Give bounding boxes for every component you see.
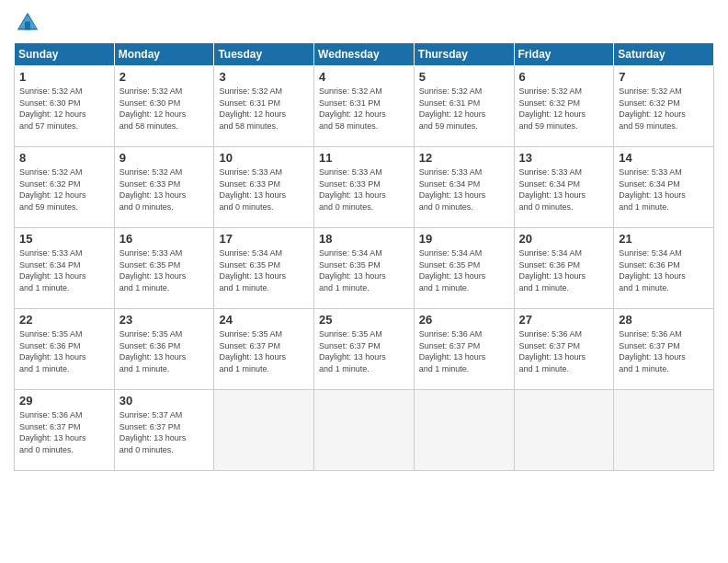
- day-number: 27: [519, 313, 609, 327]
- day-number: 15: [19, 232, 109, 246]
- calendar-week-row: 1Sunrise: 5:32 AM Sunset: 6:30 PM Daylig…: [15, 66, 714, 147]
- calendar-cell: 14Sunrise: 5:33 AM Sunset: 6:34 PM Dayli…: [614, 147, 714, 228]
- calendar-cell: 28Sunrise: 5:36 AM Sunset: 6:37 PM Dayli…: [614, 309, 714, 390]
- calendar-cell: 13Sunrise: 5:33 AM Sunset: 6:34 PM Dayli…: [514, 147, 614, 228]
- day-info: Sunrise: 5:33 AM Sunset: 6:33 PM Dayligh…: [219, 167, 309, 213]
- day-info: Sunrise: 5:37 AM Sunset: 6:37 PM Dayligh…: [119, 409, 210, 455]
- day-info: Sunrise: 5:32 AM Sunset: 6:32 PM Dayligh…: [619, 86, 709, 132]
- weekday-header: Tuesday: [214, 43, 314, 66]
- page: SundayMondayTuesdayWednesdayThursdayFrid…: [0, 0, 728, 563]
- calendar-cell: 23Sunrise: 5:35 AM Sunset: 6:36 PM Dayli…: [114, 309, 214, 390]
- day-info: Sunrise: 5:35 AM Sunset: 6:36 PM Dayligh…: [19, 328, 109, 374]
- calendar-week-row: 15Sunrise: 5:33 AM Sunset: 6:34 PM Dayli…: [15, 228, 714, 309]
- weekday-header: Thursday: [414, 43, 514, 66]
- day-info: Sunrise: 5:32 AM Sunset: 6:31 PM Dayligh…: [219, 86, 309, 132]
- day-number: 14: [619, 151, 709, 165]
- day-number: 20: [519, 232, 609, 246]
- day-info: Sunrise: 5:36 AM Sunset: 6:37 PM Dayligh…: [19, 409, 109, 455]
- calendar-cell: 27Sunrise: 5:36 AM Sunset: 6:37 PM Dayli…: [514, 309, 614, 390]
- day-number: 9: [119, 151, 210, 165]
- day-info: Sunrise: 5:33 AM Sunset: 6:35 PM Dayligh…: [119, 247, 210, 293]
- calendar-cell: 6Sunrise: 5:32 AM Sunset: 6:32 PM Daylig…: [514, 66, 614, 147]
- calendar-cell: 29Sunrise: 5:36 AM Sunset: 6:37 PM Dayli…: [15, 390, 115, 471]
- calendar-cell: 17Sunrise: 5:34 AM Sunset: 6:35 PM Dayli…: [214, 228, 314, 309]
- day-info: Sunrise: 5:33 AM Sunset: 6:34 PM Dayligh…: [419, 167, 509, 213]
- day-number: 12: [419, 151, 509, 165]
- calendar-cell: 3Sunrise: 5:32 AM Sunset: 6:31 PM Daylig…: [214, 66, 314, 147]
- calendar-cell: 20Sunrise: 5:34 AM Sunset: 6:36 PM Dayli…: [514, 228, 614, 309]
- calendar-cell: 9Sunrise: 5:32 AM Sunset: 6:33 PM Daylig…: [114, 147, 214, 228]
- calendar-cell: 7Sunrise: 5:32 AM Sunset: 6:32 PM Daylig…: [614, 66, 714, 147]
- weekday-header: Friday: [514, 43, 614, 66]
- day-number: 13: [519, 151, 609, 165]
- day-info: Sunrise: 5:36 AM Sunset: 6:37 PM Dayligh…: [519, 328, 609, 374]
- calendar-cell: 11Sunrise: 5:33 AM Sunset: 6:33 PM Dayli…: [314, 147, 415, 228]
- weekday-header-row: SundayMondayTuesdayWednesdayThursdayFrid…: [15, 43, 714, 66]
- day-number: 3: [219, 70, 309, 84]
- day-info: Sunrise: 5:35 AM Sunset: 6:37 PM Dayligh…: [319, 328, 409, 374]
- weekday-header: Sunday: [15, 43, 115, 66]
- calendar-cell: 10Sunrise: 5:33 AM Sunset: 6:33 PM Dayli…: [214, 147, 314, 228]
- calendar-table: SundayMondayTuesdayWednesdayThursdayFrid…: [14, 42, 714, 471]
- day-info: Sunrise: 5:33 AM Sunset: 6:34 PM Dayligh…: [19, 247, 109, 293]
- day-info: Sunrise: 5:34 AM Sunset: 6:35 PM Dayligh…: [419, 247, 509, 293]
- day-info: Sunrise: 5:34 AM Sunset: 6:35 PM Dayligh…: [219, 247, 309, 293]
- logo-icon: [14, 9, 41, 37]
- day-info: Sunrise: 5:33 AM Sunset: 6:33 PM Dayligh…: [319, 167, 409, 213]
- svg-rect-2: [25, 22, 30, 30]
- day-info: Sunrise: 5:34 AM Sunset: 6:35 PM Dayligh…: [319, 247, 409, 293]
- logo: [14, 9, 45, 37]
- day-info: Sunrise: 5:32 AM Sunset: 6:32 PM Dayligh…: [519, 86, 609, 132]
- calendar-cell: 16Sunrise: 5:33 AM Sunset: 6:35 PM Dayli…: [114, 228, 214, 309]
- day-number: 6: [519, 70, 609, 84]
- day-number: 21: [619, 232, 709, 246]
- weekday-header: Saturday: [614, 43, 714, 66]
- day-info: Sunrise: 5:32 AM Sunset: 6:30 PM Dayligh…: [19, 86, 109, 132]
- day-info: Sunrise: 5:33 AM Sunset: 6:34 PM Dayligh…: [619, 167, 709, 213]
- day-number: 16: [119, 232, 210, 246]
- calendar-cell: [514, 390, 614, 471]
- calendar-cell: [414, 390, 514, 471]
- calendar-cell: 24Sunrise: 5:35 AM Sunset: 6:37 PM Dayli…: [214, 309, 314, 390]
- calendar-week-row: 22Sunrise: 5:35 AM Sunset: 6:36 PM Dayli…: [15, 309, 714, 390]
- calendar-cell: 25Sunrise: 5:35 AM Sunset: 6:37 PM Dayli…: [314, 309, 415, 390]
- calendar-cell: 22Sunrise: 5:35 AM Sunset: 6:36 PM Dayli…: [15, 309, 115, 390]
- day-info: Sunrise: 5:36 AM Sunset: 6:37 PM Dayligh…: [619, 328, 709, 374]
- calendar-cell: 1Sunrise: 5:32 AM Sunset: 6:30 PM Daylig…: [15, 66, 115, 147]
- day-number: 30: [119, 394, 210, 408]
- calendar-cell: 2Sunrise: 5:32 AM Sunset: 6:30 PM Daylig…: [114, 66, 214, 147]
- calendar-cell: 18Sunrise: 5:34 AM Sunset: 6:35 PM Dayli…: [314, 228, 415, 309]
- day-number: 11: [319, 151, 409, 165]
- calendar-cell: 8Sunrise: 5:32 AM Sunset: 6:32 PM Daylig…: [15, 147, 115, 228]
- calendar-week-row: 29Sunrise: 5:36 AM Sunset: 6:37 PM Dayli…: [15, 390, 714, 471]
- day-number: 7: [619, 70, 709, 84]
- day-info: Sunrise: 5:35 AM Sunset: 6:37 PM Dayligh…: [219, 328, 309, 374]
- day-number: 2: [119, 70, 210, 84]
- day-number: 22: [19, 313, 109, 327]
- day-info: Sunrise: 5:34 AM Sunset: 6:36 PM Dayligh…: [619, 247, 709, 293]
- day-info: Sunrise: 5:32 AM Sunset: 6:30 PM Dayligh…: [119, 86, 210, 132]
- calendar-cell: 15Sunrise: 5:33 AM Sunset: 6:34 PM Dayli…: [15, 228, 115, 309]
- day-number: 24: [219, 313, 309, 327]
- header: [14, 9, 714, 37]
- day-info: Sunrise: 5:34 AM Sunset: 6:36 PM Dayligh…: [519, 247, 609, 293]
- day-info: Sunrise: 5:35 AM Sunset: 6:36 PM Dayligh…: [119, 328, 210, 374]
- day-number: 26: [419, 313, 509, 327]
- day-number: 4: [319, 70, 409, 84]
- calendar-cell: 19Sunrise: 5:34 AM Sunset: 6:35 PM Dayli…: [414, 228, 514, 309]
- calendar-cell: [314, 390, 415, 471]
- day-info: Sunrise: 5:32 AM Sunset: 6:31 PM Dayligh…: [319, 86, 409, 132]
- day-info: Sunrise: 5:33 AM Sunset: 6:34 PM Dayligh…: [519, 167, 609, 213]
- day-number: 8: [19, 151, 109, 165]
- calendar-cell: 26Sunrise: 5:36 AM Sunset: 6:37 PM Dayli…: [414, 309, 514, 390]
- day-number: 23: [119, 313, 210, 327]
- calendar-cell: [614, 390, 714, 471]
- day-number: 17: [219, 232, 309, 246]
- calendar-cell: 5Sunrise: 5:32 AM Sunset: 6:31 PM Daylig…: [414, 66, 514, 147]
- day-number: 18: [319, 232, 409, 246]
- calendar-cell: 12Sunrise: 5:33 AM Sunset: 6:34 PM Dayli…: [414, 147, 514, 228]
- day-number: 19: [419, 232, 509, 246]
- calendar-cell: 4Sunrise: 5:32 AM Sunset: 6:31 PM Daylig…: [314, 66, 415, 147]
- day-info: Sunrise: 5:32 AM Sunset: 6:33 PM Dayligh…: [119, 167, 210, 213]
- day-info: Sunrise: 5:32 AM Sunset: 6:32 PM Dayligh…: [19, 167, 109, 213]
